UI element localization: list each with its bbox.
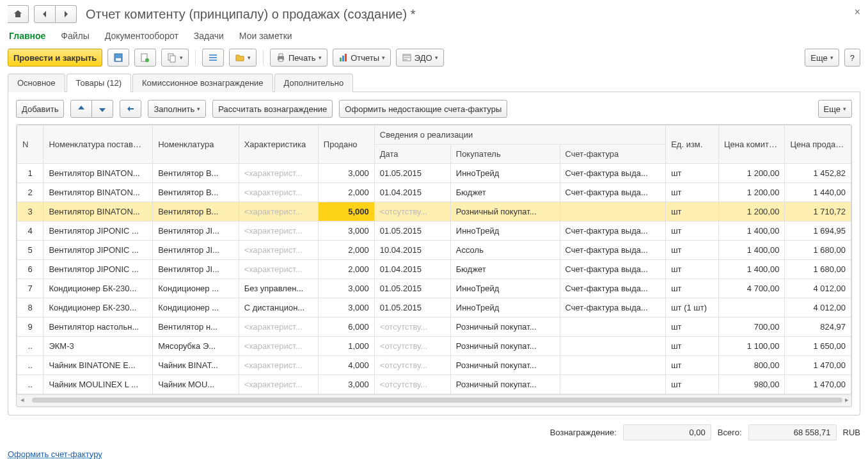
more-button[interactable]: Еще▾ [805, 49, 839, 67]
panel-more-button[interactable]: Еще▾ [818, 100, 852, 118]
svg-rect-1 [116, 58, 121, 61]
tab-2[interactable]: Комиссионное вознаграждение [132, 74, 273, 92]
table-row[interactable]: 1Вентилятор BINATON...Вентилятор B...<ха… [17, 164, 851, 183]
create-invoice-link[interactable]: Оформить счет-фактуру [8, 449, 102, 459]
table-row[interactable]: 4Вентилятор JIPONIC ...Вентилятор JI...<… [17, 221, 851, 241]
svg-rect-6 [209, 54, 217, 56]
page-title: Отчет комитенту (принципалу) о продажах … [86, 7, 416, 22]
col-sold[interactable]: Продано [318, 125, 374, 164]
folder-icon [235, 52, 245, 63]
svg-rect-5 [170, 56, 175, 62]
table-row[interactable]: 6Вентилятор JIPONIC ...Вентилятор JI...<… [17, 260, 851, 279]
edo-icon [402, 52, 412, 63]
arrow-up-icon [76, 104, 86, 114]
move-up-button[interactable] [70, 100, 92, 118]
reward-label: Вознаграждение: [550, 428, 617, 437]
reward-value: 0,00 [623, 424, 711, 440]
col-price-com[interactable]: Цена комитента [718, 125, 784, 164]
tab-0[interactable]: Основное [8, 74, 65, 92]
horizontal-scrollbar[interactable]: ▸ [17, 394, 851, 407]
table-row[interactable]: 8Кондиционер БК-230...Кондиционер ...С д… [17, 298, 851, 318]
list-icon [208, 52, 218, 63]
menu-item-0[interactable]: Главное [9, 31, 45, 41]
menu-item-3[interactable]: Задачи [194, 31, 224, 41]
table-row[interactable]: 5Вентилятор JIPONIC ...Вентилятор JI...<… [17, 241, 851, 260]
back-button[interactable] [34, 5, 56, 23]
svg-rect-14 [345, 54, 347, 61]
distribute-icon [125, 104, 136, 114]
col-supplier-nom[interactable]: Номенклатура поставщика [43, 125, 153, 164]
col-char[interactable]: Характеристика [239, 125, 318, 164]
arrow-down-icon [97, 104, 107, 114]
menu-item-2[interactable]: Документооборот [105, 31, 178, 41]
table-row[interactable]: ..Чайник BINATONE E...Чайник BINAT...<ха… [17, 356, 851, 375]
attach-button[interactable]: ▾ [229, 49, 256, 67]
col-price-sale[interactable]: Цена продажи [785, 125, 851, 164]
post-button[interactable] [134, 49, 156, 67]
reports-button[interactable]: Отчеты▾ [333, 49, 391, 67]
copy-icon [167, 52, 177, 63]
menu-item-4[interactable]: Мои заметки [239, 31, 292, 41]
currency: RUB [843, 428, 860, 437]
svg-rect-11 [279, 59, 283, 61]
total-label: Всего: [718, 428, 742, 437]
table-row[interactable]: 7Кондиционер БК-230...Кондиционер ...Без… [17, 279, 851, 298]
home-icon [13, 9, 23, 19]
printer-icon [276, 52, 286, 63]
svg-rect-12 [340, 58, 342, 61]
run-close-button[interactable]: Провести и закрыть [8, 49, 102, 67]
svg-rect-8 [209, 60, 217, 61]
basis-button[interactable]: ▾ [161, 49, 189, 67]
menu-item-1[interactable]: Файлы [61, 31, 89, 41]
svg-rect-10 [279, 54, 283, 56]
arrow-right-icon [61, 9, 71, 19]
col-n[interactable]: N [17, 125, 43, 164]
save-icon [113, 52, 123, 63]
tab-3[interactable]: Дополнительно [274, 74, 354, 92]
svg-rect-13 [342, 56, 344, 61]
help-button[interactable]: ? [844, 49, 860, 67]
structure-button[interactable] [202, 49, 224, 67]
col-unit[interactable]: Ед. изм. [666, 125, 719, 164]
distribute-button[interactable] [120, 100, 141, 118]
print-button[interactable]: Печать▾ [270, 49, 327, 67]
home-button[interactable] [8, 5, 29, 23]
svg-point-3 [145, 58, 149, 62]
create-invoices-button[interactable]: Оформить недостающие счета-фактуры [339, 100, 507, 118]
fill-button[interactable]: Заполнить▾ [148, 100, 206, 118]
close-button[interactable]: × [855, 6, 860, 18]
col-invoice[interactable]: Счет-фактура [560, 145, 666, 164]
col-date[interactable]: Дата [374, 145, 450, 164]
table-row[interactable]: ..ЭКМ-3Мясорубка Э...<характерист...1,00… [17, 337, 851, 356]
arrow-left-icon [40, 9, 50, 19]
col-nom[interactable]: Номенклатура [153, 125, 239, 164]
svg-rect-7 [209, 57, 217, 58]
col-sales-info[interactable]: Сведения о реализации [374, 125, 665, 145]
post-icon [140, 52, 150, 63]
calc-reward-button[interactable]: Рассчитать вознаграждение [212, 100, 333, 118]
table-row[interactable]: 9Вентилятор настольн...Вентилятор н...<х… [17, 318, 851, 337]
total-value: 68 558,71 [748, 424, 837, 440]
tab-1[interactable]: Товары (12) [67, 74, 131, 92]
table-row[interactable]: 3Вентилятор BINATON...Вентилятор B...<ха… [17, 202, 851, 221]
table-row[interactable]: ..Чайник MOULINEX L ...Чайник MOU...<хар… [17, 375, 851, 394]
forward-button[interactable] [56, 5, 77, 23]
add-row-button[interactable]: Добавить [16, 100, 64, 118]
move-down-button[interactable] [92, 100, 113, 118]
save-button[interactable] [107, 49, 129, 67]
goods-table[interactable]: N Номенклатура поставщика Номенклатура Х… [17, 125, 851, 394]
col-buyer[interactable]: Покупатель [450, 145, 560, 164]
table-row[interactable]: 2Вентилятор BINATON...Вентилятор B...<ха… [17, 183, 851, 202]
chart-icon [338, 52, 349, 63]
edo-button[interactable]: ЭДО▾ [396, 49, 443, 67]
